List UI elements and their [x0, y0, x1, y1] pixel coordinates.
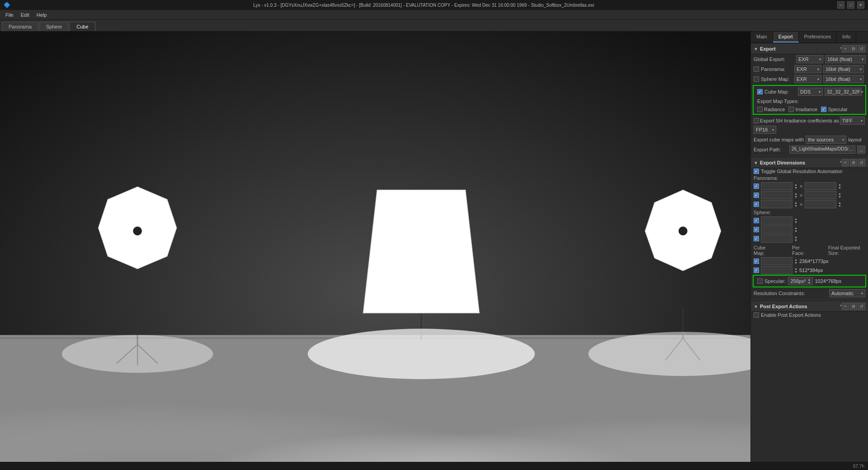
- cube-map-format-dropdown[interactable]: DDS ▾: [798, 88, 823, 96]
- res-up-arrow[interactable]: ▲: [794, 217, 797, 221]
- res-up-arrow[interactable]: ▲: [794, 226, 797, 230]
- tab-panorama[interactable]: Panorama: [2, 22, 38, 31]
- res-down-arrow[interactable]: ▼: [838, 195, 841, 198]
- specular-size-input[interactable]: 256px² ▲ ▼: [788, 277, 813, 285]
- tab-cube[interactable]: Cube: [70, 22, 95, 31]
- export-sh-row: Export SH Irradiance coefficients as TIF…: [751, 116, 868, 135]
- export-map-types-label: Export Map Types:: [757, 99, 799, 104]
- menu-edit[interactable]: Edit: [17, 11, 33, 19]
- statusbar-zoom: 67.7h: [853, 464, 864, 469]
- sphere-res-1-checkbox[interactable]: [754, 218, 759, 223]
- chevron-down-icon: ▾: [861, 291, 863, 296]
- res-down-arrow[interactable]: ▼: [794, 195, 797, 198]
- export-path-input[interactable]: 26_LightShadowMaps/DDS/FinalBabylonDDS: [789, 146, 855, 154]
- res-down-arrow[interactable]: ▼: [794, 270, 797, 273]
- panorama-res-row-2: ▲ ▼ ✕ ▲ ▼: [751, 191, 868, 200]
- spin-up-arrow[interactable]: ▲: [808, 278, 811, 281]
- pano-res-2-input[interactable]: [761, 191, 793, 199]
- dims-reset-btn[interactable]: ↺: [858, 159, 865, 166]
- dims-settings-btn[interactable]: ⚙: [850, 159, 857, 166]
- sphere-res-1-input[interactable]: [761, 216, 793, 225]
- menu-file[interactable]: File: [2, 11, 17, 19]
- section-reset-btn[interactable]: ↺: [858, 45, 865, 52]
- res-up-arrow[interactable]: ▲: [838, 192, 841, 195]
- res-down-arrow[interactable]: ▼: [794, 204, 797, 207]
- tab-sphere[interactable]: Sphere: [39, 22, 69, 31]
- radiance-label: Radiance: [764, 107, 785, 112]
- chevron-down-icon: ▾: [860, 67, 862, 71]
- res-x-2: ✕: [799, 193, 803, 198]
- dims-add-btn[interactable]: +: [842, 159, 849, 166]
- sphere-res-3-checkbox[interactable]: [754, 236, 759, 241]
- specular-map-checkbox[interactable]: [821, 107, 826, 112]
- panel-tab-preferences[interactable]: Preferences: [799, 32, 837, 42]
- pano-res-1-checkbox[interactable]: [754, 183, 759, 189]
- cube-res-2-checkbox[interactable]: [754, 268, 759, 273]
- post-add-btn[interactable]: +: [842, 303, 849, 310]
- irradiance-checkbox[interactable]: [788, 107, 794, 112]
- section-settings-btn[interactable]: ⚙: [850, 45, 857, 52]
- spin-down-arrow[interactable]: ▼: [808, 281, 811, 284]
- radiance-checkbox[interactable]: [757, 107, 763, 112]
- sphere-map-format-dropdown[interactable]: EXR ▾: [794, 75, 821, 83]
- global-export-bits-dropdown[interactable]: 16bit (float) ▾: [825, 55, 866, 63]
- cube-specular-checkbox[interactable]: [757, 278, 763, 284]
- res-up-arrow[interactable]: ▲: [838, 183, 841, 186]
- global-export-format-dropdown[interactable]: EXR ▾: [796, 55, 823, 63]
- sphere-map-bits-dropdown[interactable]: 16bit (float) ▾: [823, 75, 864, 83]
- sh-bits-dropdown[interactable]: FP16 ▾: [754, 126, 776, 134]
- res-up-arrow[interactable]: ▲: [794, 183, 797, 186]
- res-down-arrow[interactable]: ▼: [794, 239, 797, 242]
- browse-button[interactable]: ...: [857, 146, 865, 154]
- post-settings-btn[interactable]: ⚙: [850, 303, 857, 310]
- panorama-checkbox[interactable]: [754, 66, 759, 72]
- res-up-arrow[interactable]: ▲: [794, 267, 797, 270]
- pano-res-3-input[interactable]: [761, 200, 793, 208]
- sphere-map-checkbox[interactable]: [754, 76, 759, 82]
- res-down-arrow[interactable]: ▼: [794, 186, 797, 189]
- sphere-res-2-input[interactable]: [761, 226, 793, 234]
- sh-format-dropdown[interactable]: TIFF ▾: [840, 117, 865, 125]
- panorama-bits-dropdown[interactable]: 16bit (float) ▾: [823, 65, 864, 73]
- res-down-arrow[interactable]: ▼: [794, 230, 797, 233]
- section-add-btn[interactable]: +: [842, 45, 849, 52]
- post-reset-btn[interactable]: ↺: [858, 303, 865, 310]
- sphere-res-2-checkbox[interactable]: [754, 227, 759, 232]
- res-down-arrow[interactable]: ▼: [794, 261, 797, 264]
- panel-tab-main[interactable]: Main: [751, 32, 773, 42]
- res-constraints-dropdown[interactable]: Automatic ▾: [829, 289, 865, 297]
- res-up-arrow[interactable]: ▲: [794, 201, 797, 204]
- menu-help[interactable]: Help: [33, 11, 51, 19]
- pano-res-3-height[interactable]: [805, 200, 836, 208]
- pano-res-3-checkbox[interactable]: [754, 202, 759, 207]
- panorama-res-row-3: ▲ ▼ ✕ ▲ ▼: [751, 200, 868, 209]
- res-down-arrow[interactable]: ▼: [794, 221, 797, 224]
- pano-res-1-height[interactable]: [805, 182, 836, 190]
- panel-tab-info[interactable]: Info: [837, 32, 856, 42]
- layout-dropdown[interactable]: the sources ▾: [806, 136, 846, 144]
- maximize-button[interactable]: □: [847, 1, 854, 9]
- toggle-global-res-checkbox[interactable]: [754, 169, 759, 174]
- pano-res-2-checkbox[interactable]: [754, 193, 759, 198]
- res-down-arrow[interactable]: ▼: [838, 186, 841, 189]
- cube-res-1-checkbox[interactable]: [754, 258, 759, 264]
- res-down-arrow[interactable]: ▼: [838, 204, 841, 207]
- res-up-arrow[interactable]: ▲: [794, 192, 797, 195]
- cube-res-2-input[interactable]: [761, 266, 793, 274]
- res-up-arrow[interactable]: ▲: [794, 258, 797, 261]
- minimize-button[interactable]: ─: [837, 1, 844, 9]
- sphere-res-3-input[interactable]: [761, 235, 793, 243]
- export-sh-checkbox[interactable]: [754, 118, 759, 123]
- enable-post-export-checkbox[interactable]: [754, 312, 759, 318]
- pano-res-1-input[interactable]: [761, 182, 793, 190]
- res-up-arrow[interactable]: ▲: [794, 235, 797, 239]
- close-button[interactable]: ✕: [857, 1, 864, 9]
- pano-res-2-height[interactable]: [805, 191, 836, 199]
- cube-map-checkbox[interactable]: [757, 89, 763, 94]
- cube-res-1-input[interactable]: [761, 257, 793, 265]
- cube-map-res-dropdown[interactable]: 32_32_32_32F ▾: [825, 88, 862, 96]
- panel-tab-export[interactable]: Export: [773, 32, 799, 42]
- export-dimensions-header: ▼ Export Dimensions * + ⚙ ↺: [751, 158, 868, 168]
- panorama-format-dropdown[interactable]: EXR ▾: [794, 65, 821, 73]
- res-up-arrow[interactable]: ▲: [838, 201, 841, 204]
